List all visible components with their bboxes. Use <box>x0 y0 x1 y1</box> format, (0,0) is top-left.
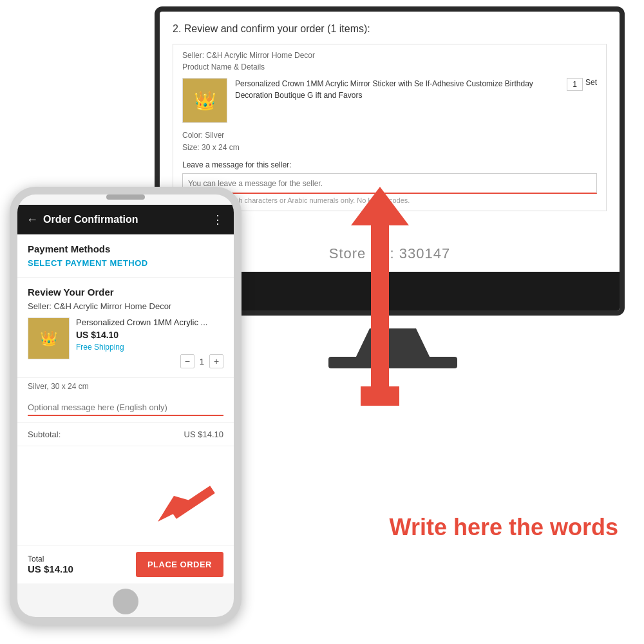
payment-title: Payment Methods <box>28 243 223 254</box>
screen-product-image: 👑 <box>182 78 227 123</box>
menu-icon[interactable]: ⋮ <box>212 213 225 227</box>
phone-body: ← Order Confirmation ⋮ Payment Methods S… <box>10 187 242 625</box>
phone-screen: ← Order Confirmation ⋮ Payment Methods S… <box>17 194 234 617</box>
total-price: US $14.10 <box>28 564 73 574</box>
size-value: 30 x 24 cm <box>202 143 240 152</box>
screen-product-label: Product Name & Details <box>182 62 597 71</box>
message-section <box>17 395 234 423</box>
review-title: Review Your Order <box>28 287 223 298</box>
size-label: Size: <box>182 143 200 152</box>
phone: ← Order Confirmation ⋮ Payment Methods S… <box>10 187 242 625</box>
color-value: Silver <box>205 131 224 140</box>
screen-message-note: Max. 1,000 English characters or Arabic … <box>182 196 597 204</box>
message-input[interactable] <box>28 400 223 416</box>
place-order-button[interactable]: PLACE ORDER <box>136 552 223 577</box>
payment-section: Payment Methods SELECT PAYMENT METHOD <box>17 234 234 278</box>
review-section: Review Your Order Seller: C&H Acrylic Mi… <box>17 278 234 378</box>
write-here-text: Write here the words <box>390 513 618 541</box>
product-image: 👑 <box>28 317 70 359</box>
subtotal-row: Subtotal: US $14.10 <box>17 423 234 446</box>
product-row: 👑 Personalized Crown 1MM Acrylic ... US … <box>28 317 223 368</box>
phone-content: Payment Methods SELECT PAYMENT METHOD Re… <box>17 234 234 545</box>
select-payment-link[interactable]: SELECT PAYMENT METHOD <box>28 258 223 268</box>
phone-top-bar <box>106 194 145 200</box>
product-variant: Silver, 30 x 24 cm <box>17 378 234 395</box>
phone-footer: Total US $14.10 PLACE ORDER <box>17 545 234 583</box>
product-price: US $14.10 <box>76 330 223 340</box>
qty-plus-button[interactable]: + <box>209 354 223 368</box>
monitor-stand <box>354 328 431 361</box>
total-label: Total <box>28 554 73 564</box>
qty-box: 1 <box>567 78 583 91</box>
color-label: Color: <box>182 131 203 140</box>
product-shipping: Free Shipping <box>76 343 223 352</box>
product-qty-row: − 1 + <box>76 354 223 368</box>
product-name: Personalized Crown 1MM Acrylic ... <box>76 317 223 327</box>
screen-message-input[interactable] <box>182 173 597 194</box>
screen-color-size: Color: Silver Size: 30 x 24 cm <box>182 129 597 154</box>
phone-title: Order Confirmation <box>43 214 207 225</box>
screen-product-row: 👑 Personalized Crown 1MM Acrylic Mirror … <box>182 78 597 123</box>
product-crown-icon: 👑 <box>40 330 57 347</box>
subtotal-value: US $14.10 <box>184 430 223 439</box>
footer-total: Total US $14.10 <box>28 554 73 574</box>
screen-title: 2. Review and confirm your order (1 item… <box>173 23 607 35</box>
svg-rect-4 <box>361 386 399 406</box>
phone-home-button[interactable] <box>113 589 138 614</box>
screen-product-info: Personalized Crown 1MM Acrylic Mirror St… <box>235 78 559 101</box>
monitor-base <box>328 357 457 368</box>
subtotal-label: Subtotal: <box>28 430 61 439</box>
screen-seller: Seller: C&H Acrylic Mirror Home Decor <box>182 51 597 60</box>
review-seller: Seller: C&H Acrylic Mirror Home Decor <box>28 301 223 311</box>
back-icon[interactable]: ← <box>26 213 38 227</box>
screen-product-name: Personalized Crown 1MM Acrylic Mirror St… <box>235 79 533 100</box>
qty-value: 1 <box>200 357 204 366</box>
product-info: Personalized Crown 1MM Acrylic ... US $1… <box>76 317 223 368</box>
screen-product-qty: 1 Set <box>567 78 597 91</box>
crown-icon: 👑 <box>194 90 216 111</box>
qty-minus-button[interactable]: − <box>180 354 194 368</box>
phone-header: ← Order Confirmation ⋮ <box>17 205 234 234</box>
qty-unit: Set <box>585 78 597 87</box>
screen-message-label: Leave a message for this seller: <box>182 160 597 169</box>
